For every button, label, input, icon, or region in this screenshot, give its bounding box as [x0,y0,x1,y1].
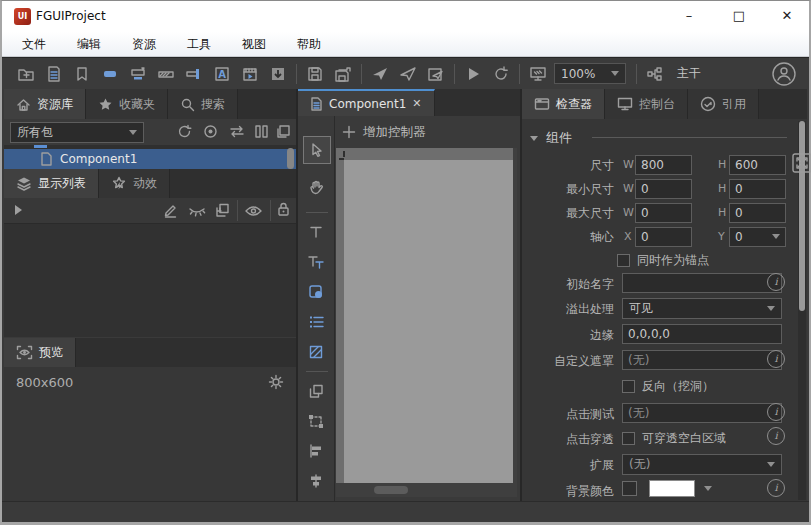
new-combobox-icon[interactable] [124,63,152,85]
package-filter-select[interactable]: 所有包 [10,122,144,143]
tab-transitions[interactable]: 动效 [99,169,170,198]
tree-scrollbar[interactable] [287,148,294,169]
tab-favorites[interactable]: 收藏夹 [86,89,168,119]
new-progressbar-icon[interactable] [152,63,180,85]
publish-all-icon[interactable] [394,63,422,85]
menu-tools[interactable]: 工具 [183,34,215,55]
branch-icon[interactable] [641,63,669,85]
eye-closed-icon[interactable] [188,204,206,218]
component-section-header[interactable]: 组件 [530,129,572,147]
swap-icon[interactable] [228,123,246,140]
test-play-icon[interactable] [459,63,487,85]
new-movieclip-icon[interactable] [236,63,264,85]
import-resources-icon[interactable] [264,63,292,85]
canvas-hscrollbar[interactable] [374,486,408,494]
inspector-scrollbar[interactable] [799,121,805,311]
tab-library[interactable]: 资源库 [4,89,86,119]
align-left-tool[interactable] [300,436,332,466]
new-text-icon[interactable]: A [208,63,236,85]
menu-help[interactable]: 帮助 [293,34,325,55]
tree-item-selected[interactable]: Component1 [4,149,296,169]
menu-view[interactable]: 视图 [238,34,270,55]
menu-file[interactable]: 文件 [18,34,50,55]
new-component-icon[interactable] [40,63,68,85]
list-tool[interactable] [300,307,332,337]
pivot-preset-dropdown-icon[interactable] [772,234,780,239]
click-through-checkbox[interactable] [622,432,635,445]
close-button[interactable]: ✕ [772,6,802,26]
info-icon[interactable]: i [767,479,785,497]
branch-name[interactable]: 主干 [677,65,701,82]
text-tool[interactable] [300,217,332,247]
columns-icon[interactable] [253,123,269,140]
display-list-content[interactable] [4,224,296,337]
info-icon[interactable]: i [767,350,785,368]
fullscreen-size-icon[interactable] [770,153,790,173]
publish-settings-icon[interactable] [422,63,450,85]
bg-color-swatch[interactable] [649,480,695,497]
max-h-input[interactable] [729,203,786,223]
new-button-icon[interactable] [96,63,124,85]
overflow-select[interactable]: 可见 [622,298,782,319]
click-through-checkbox-row[interactable]: 可穿透空白区域 [622,430,726,447]
avatar[interactable] [771,61,797,87]
canvas-viewport[interactable] [336,148,517,497]
tab-console[interactable]: 控制台 [605,89,688,119]
tab-preview[interactable]: 预览 [4,338,76,367]
restart-icon[interactable] [487,63,515,85]
tab-display-list[interactable]: 显示列表 [4,169,99,198]
eye-icon[interactable] [244,204,263,218]
size-w-input[interactable] [635,155,692,175]
locate-icon[interactable] [202,123,219,140]
anchor-checkbox[interactable] [617,254,630,267]
maximize-button[interactable]: □ [724,6,754,26]
lock-icon[interactable] [276,201,291,218]
hand-tool[interactable] [300,172,332,202]
extension-select[interactable]: (无) [622,454,782,475]
inspector-scroll-track[interactable] [798,121,806,500]
custom-mask-input[interactable] [622,350,782,370]
anchor-checkbox-row[interactable]: 同时作为锚点 [617,252,709,269]
reverse-checkbox[interactable] [622,380,635,393]
document-tab[interactable]: Component1 ✕ [298,89,435,116]
menu-resource[interactable]: 资源 [128,34,160,55]
reverse-checkbox-row[interactable]: 反向（挖洞） [622,378,714,395]
canvas-component-area[interactable] [344,160,513,483]
new-label-icon[interactable] [68,63,96,85]
min-h-input[interactable] [729,179,786,199]
tab-search[interactable]: 搜索 [168,89,238,119]
save-all-icon[interactable] [329,63,357,85]
transform-tool[interactable] [300,406,332,436]
tab-close-icon[interactable]: ✕ [412,97,421,110]
align-center-tool[interactable] [300,466,332,496]
info-icon[interactable]: i [767,427,785,445]
duplicate-icon[interactable] [214,202,231,219]
hit-test-input[interactable] [622,403,782,423]
edit-pencil-icon[interactable] [162,202,179,219]
bg-color-dropdown-icon[interactable] [704,486,712,491]
richtext-tool[interactable] [300,247,332,277]
component-tool[interactable] [300,376,332,406]
margin-input[interactable] [622,324,782,344]
expand-tree-icon[interactable] [12,203,24,217]
refresh-icon[interactable] [176,123,193,140]
pivot-x-input[interactable] [635,227,692,247]
image-tool[interactable] [300,277,332,307]
new-package-icon[interactable] [12,63,40,85]
zoom-select[interactable]: 100% [554,63,626,84]
select-tool[interactable] [303,136,331,164]
tab-inspector[interactable]: 检查器 [522,89,605,119]
bg-color-checkbox[interactable] [622,481,637,496]
menu-edit[interactable]: 编辑 [73,34,105,55]
info-icon[interactable]: i [767,403,785,421]
add-controller-button[interactable]: 增加控制器 [342,121,426,143]
publish-icon[interactable] [366,63,394,85]
new-slider-icon[interactable] [180,63,208,85]
collapse-all-icon[interactable] [275,123,292,140]
graph-tool[interactable] [300,337,332,367]
initial-name-input[interactable] [622,273,782,293]
tab-reference[interactable]: 引用 [688,89,759,119]
minimize-button[interactable]: – [674,6,704,26]
save-icon[interactable] [301,63,329,85]
gear-icon[interactable] [267,373,285,391]
